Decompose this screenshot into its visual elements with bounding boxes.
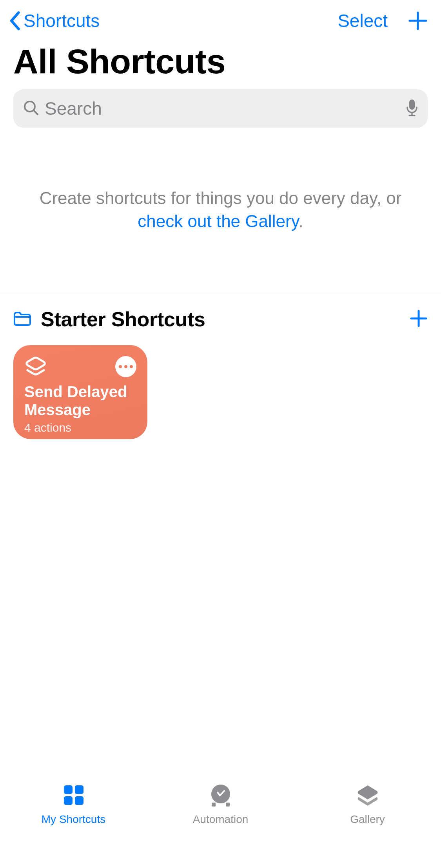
automation-icon	[209, 782, 233, 808]
shortcuts-grid: Send Delayed Message 4 actions	[0, 331, 441, 453]
add-shortcut-button[interactable]	[408, 11, 428, 31]
plus-icon	[410, 309, 428, 327]
svg-rect-3	[75, 785, 83, 794]
section-title: Starter Shortcuts	[41, 307, 205, 331]
folder-icon	[13, 311, 31, 328]
shortcut-layers-icon	[24, 356, 47, 383]
svg-rect-5	[75, 796, 83, 805]
ellipsis-icon	[119, 365, 122, 368]
gallery-layers-icon	[356, 782, 380, 808]
tab-label: My Shortcuts	[42, 813, 105, 826]
shortcut-card[interactable]: Send Delayed Message 4 actions	[13, 345, 147, 439]
tab-gallery[interactable]: Gallery	[317, 782, 419, 826]
section-title-group[interactable]: Starter Shortcuts	[13, 307, 205, 331]
search-icon	[23, 99, 39, 118]
select-button[interactable]: Select	[338, 10, 388, 31]
section-header: Starter Shortcuts	[0, 294, 441, 331]
nav-actions: Select	[338, 10, 428, 31]
search-input[interactable]	[45, 98, 400, 119]
gallery-link[interactable]: check out the Gallery	[138, 212, 298, 231]
plus-icon	[408, 11, 428, 31]
tab-my-shortcuts[interactable]: My Shortcuts	[23, 782, 125, 826]
empty-state: Create shortcuts for things you do every…	[0, 128, 441, 233]
tab-label: Automation	[193, 813, 249, 826]
back-label: Shortcuts	[24, 10, 100, 31]
tab-label: Gallery	[350, 813, 385, 826]
svg-rect-2	[64, 785, 73, 794]
svg-rect-1	[409, 99, 415, 110]
search-bar[interactable]	[13, 89, 428, 128]
shortcut-title: Send Delayed Message	[24, 383, 136, 419]
grid-icon	[62, 782, 85, 808]
tab-bar: My Shortcuts Automation Gallery	[0, 775, 441, 868]
chevron-left-icon	[8, 11, 21, 31]
tab-automation[interactable]: Automation	[170, 782, 272, 826]
svg-rect-4	[64, 796, 73, 805]
svg-rect-7	[212, 803, 216, 807]
empty-state-text: Create shortcuts for things you do every…	[20, 186, 421, 233]
page-title: All Shortcuts	[0, 39, 441, 89]
microphone-icon[interactable]	[406, 99, 418, 118]
svg-rect-8	[226, 803, 230, 807]
shortcut-menu-button[interactable]	[115, 356, 136, 377]
back-button[interactable]: Shortcuts	[8, 10, 100, 31]
add-to-section-button[interactable]	[410, 309, 428, 329]
shortcut-subtitle: 4 actions	[24, 421, 136, 434]
navigation-bar: Shortcuts Select	[0, 0, 441, 39]
